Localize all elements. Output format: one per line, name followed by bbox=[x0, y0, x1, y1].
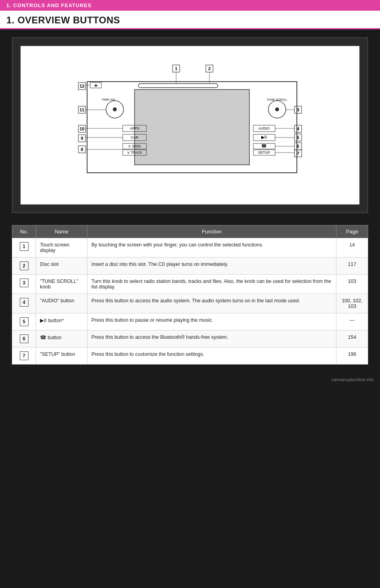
diagram-inner: APPS CAR ∧ SEEK ∨ TRACK AUDIO bbox=[21, 46, 359, 204]
table-cell-name: "SETUP" button bbox=[36, 347, 87, 365]
svg-text:10: 10 bbox=[80, 126, 84, 131]
diagram-svg: APPS CAR ∧ SEEK ∨ TRACK AUDIO bbox=[55, 58, 325, 193]
svg-text:11: 11 bbox=[80, 107, 84, 112]
svg-text:TUNE  SCROLL: TUNE SCROLL bbox=[267, 98, 288, 101]
svg-rect-2 bbox=[139, 84, 218, 88]
svg-text:8: 8 bbox=[81, 147, 83, 152]
svg-text:9: 9 bbox=[81, 136, 83, 141]
main-content: APPS CAR ∧ SEEK ∨ TRACK AUDIO bbox=[0, 29, 380, 372]
table-cell-function: Turn this knob to select radio station b… bbox=[87, 275, 336, 294]
table-cell-name: "AUDIO" button bbox=[36, 294, 87, 313]
table-cell-page: — bbox=[336, 313, 368, 330]
table-cell-no: 7 bbox=[12, 347, 36, 365]
info-table: No. Name Function Page 1Touch screen dis… bbox=[12, 225, 368, 365]
table-cell-page: 196 bbox=[336, 347, 368, 365]
table-cell-page: 14 bbox=[336, 238, 368, 258]
table-row: 3"TUNE SCROLL" knobTurn this knob to sel… bbox=[12, 275, 368, 294]
number-box: 3 bbox=[20, 279, 28, 287]
table-cell-no: 2 bbox=[12, 258, 36, 275]
number-box: 7 bbox=[20, 351, 28, 360]
table-cell-name: ▶II button* bbox=[36, 313, 87, 330]
number-box: 4 bbox=[20, 298, 28, 307]
svg-text:PWR  VOL: PWR VOL bbox=[102, 98, 116, 101]
table-row: 5▶II button*Press this button to pause o… bbox=[12, 313, 368, 330]
table-cell-name: Touch screen display bbox=[36, 238, 87, 258]
col-header-name: Name bbox=[36, 225, 87, 238]
svg-point-4 bbox=[113, 107, 117, 111]
table-cell-function: By touching the screen with your finger,… bbox=[87, 238, 336, 258]
svg-text:SETUP: SETUP bbox=[258, 151, 270, 155]
table-cell-no: 3 bbox=[12, 275, 36, 294]
table-cell-function: Insert a disc into this slot. The CD pla… bbox=[87, 258, 336, 275]
svg-text:2: 2 bbox=[208, 66, 211, 71]
table-row: 7"SETUP" buttonPress this button to cust… bbox=[12, 347, 368, 365]
svg-point-6 bbox=[275, 107, 279, 111]
svg-text:▶II: ▶II bbox=[261, 135, 267, 139]
page-title: 1. OVERVIEW BUTTONS bbox=[6, 15, 374, 26]
number-box: 6 bbox=[20, 334, 28, 343]
svg-text:☎: ☎ bbox=[261, 143, 267, 148]
svg-text:CAR: CAR bbox=[131, 136, 139, 139]
table-cell-function: Press this button to access the audio sy… bbox=[87, 294, 336, 313]
col-header-no: No. bbox=[12, 225, 36, 238]
svg-text:∧ SEEK: ∧ SEEK bbox=[128, 144, 141, 148]
header-bar: 1. CONTROLS AND FEATURES bbox=[0, 0, 380, 11]
table-row: 2Disc slotInsert a disc into this slot. … bbox=[12, 258, 368, 275]
svg-text:4: 4 bbox=[297, 126, 300, 131]
number-box: 1 bbox=[20, 242, 28, 251]
col-header-function: Function bbox=[87, 225, 336, 238]
svg-text:APPS: APPS bbox=[130, 126, 139, 130]
number-box: 2 bbox=[20, 262, 28, 270]
table-cell-name: "TUNE SCROLL" knob bbox=[36, 275, 87, 294]
svg-text:7: 7 bbox=[297, 151, 299, 156]
svg-text:5: 5 bbox=[297, 135, 299, 140]
table-cell-no: 6 bbox=[12, 330, 36, 347]
diagram-container: APPS CAR ∧ SEEK ∨ TRACK AUDIO bbox=[12, 37, 368, 213]
table-row: 4"AUDIO" buttonPress this button to acce… bbox=[12, 294, 368, 313]
table-cell-page: 154 bbox=[336, 330, 368, 347]
svg-text:3: 3 bbox=[297, 107, 299, 112]
col-header-page: Page bbox=[336, 225, 368, 238]
footer-watermark: carmanualsonline.info bbox=[0, 372, 380, 386]
number-box: 5 bbox=[20, 317, 28, 326]
table-row: 6☎ buttonPress this button to access the… bbox=[12, 330, 368, 347]
svg-text:AUDIO: AUDIO bbox=[258, 126, 270, 130]
svg-text:1: 1 bbox=[175, 66, 177, 71]
table-cell-no: 4 bbox=[12, 294, 36, 313]
table-cell-function: Press this button to pause or resume pla… bbox=[87, 313, 336, 330]
table-cell-function: Press this button to access the Bluetoot… bbox=[87, 330, 336, 347]
table-row: 1Touch screen displayBy touching the scr… bbox=[12, 238, 368, 258]
svg-text:12: 12 bbox=[80, 84, 84, 88]
table-cell-page: 100, 102, 103 bbox=[336, 294, 368, 313]
header-title: 1. CONTROLS AND FEATURES bbox=[6, 2, 91, 8]
table-cell-name: ☎ button bbox=[36, 330, 87, 347]
table-cell-page: 117 bbox=[336, 258, 368, 275]
svg-text:∨ TRACK: ∨ TRACK bbox=[127, 151, 142, 155]
table-cell-function: Press this button to customize the funct… bbox=[87, 347, 336, 365]
svg-text:6: 6 bbox=[297, 144, 299, 149]
table-cell-page: 103 bbox=[336, 275, 368, 294]
watermark-text: carmanualsonline.info bbox=[331, 377, 374, 382]
svg-rect-1 bbox=[135, 90, 249, 165]
table-cell-name: Disc slot bbox=[36, 258, 87, 275]
table-cell-no: 5 bbox=[12, 313, 36, 330]
section-title-bar: 1. OVERVIEW BUTTONS bbox=[0, 11, 380, 29]
page-wrapper: 1. CONTROLS AND FEATURES 1. OVERVIEW BUT… bbox=[0, 0, 380, 386]
svg-text:⏏: ⏏ bbox=[94, 83, 98, 87]
table-cell-no: 1 bbox=[12, 238, 36, 258]
